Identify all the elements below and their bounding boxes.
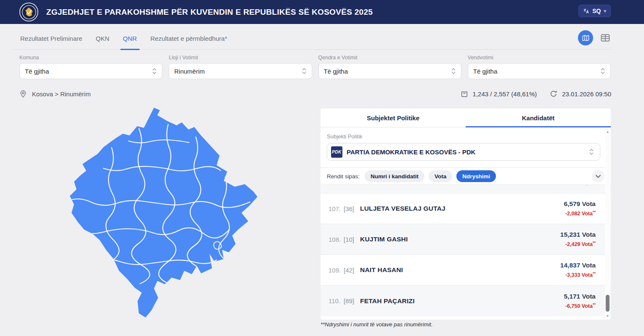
table-icon (601, 34, 610, 42)
filter-qendra-votimit: Qendra e Votimit Të gjitha (318, 55, 461, 79)
kqz-logo (19, 3, 38, 21)
language-selector[interactable]: SQ ▾ (578, 5, 611, 17)
main-tabs: Rezultatet Preliminare QKN QNR Rezultate… (13, 29, 611, 50)
language-code: SQ (592, 8, 601, 14)
refresh-icon (549, 90, 558, 98)
subject-label: Subjekti Politik (327, 133, 604, 140)
filter-label: Qendra e Votimit (318, 55, 461, 61)
qendra-votimit-select[interactable]: Të gjitha (318, 63, 461, 79)
subject-value: PARTIA DEMOKRATIKE E KOSOVËS - PDK (347, 148, 589, 156)
political-subject-select[interactable]: PDK PARTIA DEMOKRATIKE E KOSOVËS - PDK (327, 143, 600, 161)
tab-qnr[interactable]: QNR (123, 29, 137, 49)
results-panel: Subjektet Politike Kandidatët Subjekti P… (321, 108, 611, 320)
chevron-down-icon: ▾ (604, 8, 606, 14)
page: ZGJEDHJET E PARAKOHSHME PËR KUVENDIN E R… (0, 0, 644, 336)
panel-tabs: Subjektet Politike Kandidatët (321, 108, 611, 127)
filter-label: Komuna (19, 55, 162, 61)
tab-rezultatet-permbledhura[interactable]: Rezultatet e përmbledhura* (150, 29, 227, 49)
komuna-select[interactable]: Të gjitha (19, 63, 162, 79)
updated-value: 23.01.2026 09:50 (562, 90, 611, 98)
candidate-rank: 110. (329, 297, 344, 304)
table-view-button[interactable] (600, 32, 611, 43)
kqz-emblem-icon (22, 5, 36, 19)
kosovo-map-shape[interactable] (70, 108, 257, 317)
candidate-votes: 15,231 Vota (560, 231, 596, 238)
scroll-up-icon[interactable]: ▲ (605, 129, 610, 134)
scrollbar-thumb[interactable] (606, 295, 610, 312)
tab-rezultatet-preliminare[interactable]: Rezultatet Preliminare (20, 29, 82, 49)
vendvotimi-select[interactable]: Të gjitha (468, 63, 611, 79)
page-title: ZGJEDHJET E PARAKOHSHME PËR KUVENDIN E R… (46, 0, 373, 24)
kosovo-map[interactable] (48, 105, 280, 321)
breadcrumb: Kosova > Rinumërim (19, 90, 91, 98)
filter-lloji-votimit: Lloji i Votimit Rinumërim (169, 55, 312, 79)
footnote: **Ndryshimi i numrit të votave pas rinum… (321, 321, 433, 328)
pdk-logo: PDK (331, 146, 342, 158)
filter-label: Lloji i Votimit (169, 55, 312, 61)
candidate-number: [36] (344, 205, 354, 212)
candidate-number: [89] (344, 297, 354, 304)
candidate-row[interactable]: 110. [89] FETAH PAÇARIZI 5,171 Vota -6,7… (321, 286, 611, 316)
candidate-row[interactable]: 109. [42] NAIT HASANI 14,837 Vota -3,333… (321, 255, 611, 286)
tab-subjektet-politike[interactable]: Subjektet Politike (321, 108, 466, 127)
candidate-name: LULJETA VESELAJ GUTAJ (360, 205, 445, 212)
candidate-rank: 109. (329, 267, 344, 274)
breadcrumb-text: Kosova > Rinumërim (32, 90, 91, 98)
sort-option-vota[interactable]: Vota (429, 170, 452, 182)
candidate-list: -1,9 V 107. [36] LULJETA VESELAJ GUTAJ 6… (321, 185, 611, 316)
subject-section: Subjekti Politik PDK PARTIA DEMOKRATIKE … (321, 127, 611, 168)
status-right: 1,243 / 2,557 (48,61%) 23.01.2026 09:50 (460, 90, 611, 98)
last-updated: 23.01.2026 09:50 (549, 90, 611, 98)
view-toggle (578, 30, 611, 45)
candidate-rank: 108. (329, 236, 344, 243)
candidate-row-partial[interactable]: -1,9 V (321, 185, 611, 193)
sort-label: Rendit sipas: (327, 173, 360, 180)
panel-scrollbar[interactable]: ▲ ▼ (605, 128, 610, 318)
location-pin-icon (19, 90, 27, 98)
filter-vendvotimi: Vendvotimi Të gjitha (468, 55, 611, 79)
sort-row: Rendit sipas: Numri i kandidatit Vota Nd… (321, 168, 611, 185)
filter-label: Vendvotimi (468, 55, 611, 61)
candidate-change: -2,429 Vota** (560, 241, 596, 247)
candidate-votes: 14,837 Vota (560, 262, 596, 269)
app-header: ZGJEDHJET E PARAKOHSHME PËR KUVENDIN E R… (0, 0, 644, 24)
select-stepper-icon (451, 68, 456, 74)
tab-kandidatet[interactable]: Kandidatët (466, 108, 611, 127)
lloji-votimit-select[interactable]: Rinumërim (169, 63, 312, 79)
candidate-change: -6,750 Vota** (564, 302, 596, 309)
candidate-votes: 6,579 Vota (564, 200, 596, 208)
map-view-button[interactable] (578, 30, 593, 45)
candidate-number: [10] (344, 236, 354, 243)
translate-icon (583, 8, 589, 14)
chevron-down-icon (595, 175, 601, 178)
select-stepper-icon (302, 68, 307, 74)
candidate-name: KUJTIM GASHI (360, 235, 408, 243)
candidate-name: FETAH PAÇARIZI (360, 297, 415, 305)
candidate-row[interactable]: 107. [36] LULJETA VESELAJ GUTAJ 6,579 Vo… (321, 193, 611, 224)
filters: Komuna Të gjitha Lloji i Votimit Rinumër… (19, 55, 611, 79)
candidate-number: [42] (344, 267, 354, 274)
candidate-rank: 107. (329, 205, 344, 212)
candidate-change: -2,082 Vota** (564, 210, 596, 217)
scroll-down-icon[interactable]: ▼ (605, 313, 610, 318)
candidate-change: -3,333 Vota** (560, 271, 596, 278)
select-stepper-icon (589, 148, 594, 155)
candidate-row[interactable]: 108. [10] KUJTIM GASHI 15,231 Vota -2,42… (321, 224, 611, 255)
ballot-box-icon (460, 90, 469, 98)
sort-option-ndryshimi[interactable]: Ndryshimi (456, 170, 496, 182)
filter-komuna: Komuna Të gjitha (19, 55, 162, 79)
map-icon (582, 34, 590, 42)
candidate-name: NAIT HASANI (360, 266, 403, 274)
status-row: Kosova > Rinumërim 1,243 / 2,557 (48,61%… (19, 87, 611, 100)
counted-value: 1,243 / 2,557 (48,61%) (473, 90, 537, 98)
collapse-button[interactable] (592, 170, 604, 183)
counted-stations: 1,243 / 2,557 (48,61%) (460, 90, 537, 98)
sort-option-numri-kandidatit[interactable]: Numri i kandidatit (365, 170, 424, 182)
select-stepper-icon (600, 68, 605, 74)
candidate-votes: 5,171 Vota (564, 293, 596, 300)
tab-qkn[interactable]: QKN (96, 29, 110, 49)
select-stepper-icon (152, 68, 157, 74)
